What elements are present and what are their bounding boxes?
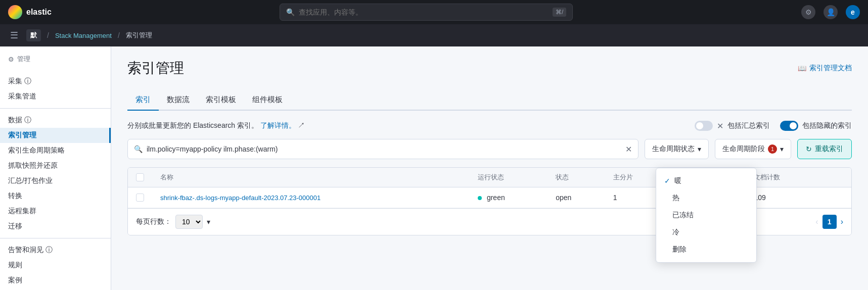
rows-per-page-select[interactable]: 10 25 50	[175, 215, 203, 229]
reload-indices-button[interactable]: ↻ 重载索引	[797, 139, 852, 159]
settings-icon-button[interactable]: ⚙	[801, 5, 815, 19]
search-icon: 🔍	[286, 8, 295, 16]
rows-per-page-label: 每页行数：	[136, 217, 171, 226]
lifecycle-status-filter[interactable]: 生命周期状态 ▾	[645, 139, 709, 159]
doc-link[interactable]: 📖 索引管理文档	[798, 64, 852, 73]
dropdown-item-hot[interactable]: 热	[656, 189, 756, 207]
sidebar-item-pipelines[interactable]: 采集管道	[0, 89, 111, 104]
lifecycle-status-label: 生命周期状态	[652, 144, 695, 154]
filter-input[interactable]	[147, 145, 621, 153]
elastic-logo-icon	[8, 5, 22, 19]
breadcrumb-current-page: 索引管理	[126, 31, 152, 40]
global-search-input[interactable]	[299, 8, 549, 16]
rows-per-page-chevron: ▾	[207, 218, 210, 226]
dropdown-item-cold[interactable]: 冷	[656, 224, 756, 241]
sidebar-item-transform[interactable]: 转换	[0, 188, 111, 204]
reload-icon: ↻	[806, 145, 812, 153]
dropdown-item-warm[interactable]: ✓ 暖	[656, 172, 756, 189]
lifecycle-phase-badge: 1	[768, 144, 777, 154]
toggle-hidden-slider	[780, 121, 798, 131]
toggle-summary-indices[interactable]	[695, 121, 713, 131]
health-value: green	[487, 194, 505, 202]
tab-indices[interactable]: 索引	[127, 90, 159, 111]
sidebar-item-ilm[interactable]: 索引生命周期策略	[0, 143, 111, 158]
sidebar-cases-label: 案例	[8, 276, 22, 285]
toggle-summary-clear[interactable]: ✕	[717, 121, 723, 131]
toggles-group: ✕ 包括汇总索引 包括隐藏的索引	[695, 121, 852, 131]
check-icon-warm: ✓	[664, 177, 670, 185]
main-tabs: 索引 数据流 索引模板 组件模板	[127, 90, 852, 111]
gear-icon: ⚙	[8, 56, 14, 63]
sidebar-transform-label: 转换	[8, 191, 22, 201]
breadcrumb-bar: ☰ 默 / Stack Management / 索引管理	[0, 24, 868, 46]
info-link[interactable]: 了解详情。	[260, 121, 296, 129]
filter-search-icon: 🔍	[134, 145, 143, 153]
rows-per-page-group: 每页行数： 10 25 50 ▾	[136, 215, 210, 229]
sidebar-item-cases[interactable]: 案例	[0, 273, 111, 288]
toggle-group-summary: ✕ 包括汇总索引	[695, 121, 770, 131]
current-page-number: 1	[823, 215, 837, 229]
lifecycle-phase-filter[interactable]: 生命周期阶段 1 ▾	[715, 139, 791, 159]
page-title: 索引管理	[127, 59, 184, 78]
sidebar-item-migrate[interactable]: 迁移	[0, 219, 111, 234]
book-icon: 📖	[798, 64, 806, 72]
tab-datastreams[interactable]: 数据流	[159, 90, 198, 111]
external-link-icon: ↗	[298, 121, 305, 129]
col-actions	[822, 168, 851, 187]
toggle-hidden-label: 包括隐藏的索引	[802, 121, 852, 130]
select-all-checkbox[interactable]	[136, 173, 144, 181]
sidebar-management-section: ⚙ 管理	[0, 55, 111, 64]
dropdown-item-delete[interactable]: 删除	[656, 241, 756, 258]
elastic-logo-text: elastic	[26, 8, 52, 17]
sidebar-snapshot-label: 抓取快照并还原	[8, 161, 58, 170]
sidebar-item-alerts[interactable]: 告警和洞见 ⓘ	[0, 243, 111, 258]
tab-component-templates[interactable]: 组件模板	[244, 90, 291, 111]
breadcrumb-stack-management[interactable]: Stack Management	[55, 32, 112, 39]
dropdown-cold-label: 冷	[672, 228, 679, 237]
toggle-summary-label: 包括汇总索引	[727, 121, 770, 130]
row-actions	[822, 187, 851, 208]
dropdown-item-frozen[interactable]: 已冻结	[656, 207, 756, 224]
help-icon-button[interactable]: 👤	[824, 5, 838, 19]
docs-value: 109	[746, 187, 822, 208]
page-navigation: ‹ 1 ›	[815, 215, 843, 229]
user-avatar-button[interactable]: e	[846, 5, 860, 19]
health-dot-green	[478, 196, 482, 200]
sidebar: ⚙ 管理 采集 ⓘ 采集管道 数据 ⓘ 索引管理 索引生命周期策略 抓取快照并还…	[0, 46, 111, 290]
prev-page-button[interactable]: ‹	[815, 217, 818, 226]
info-bar: 分别或批量更新您的 Elasticsearch 索引。 了解详情。 ↗ ✕ 包括…	[127, 121, 852, 131]
row-checkbox[interactable]	[136, 194, 144, 202]
search-bar-wrapper: 🔍 ⌘/	[58, 4, 795, 21]
hamburger-menu[interactable]: ☰	[8, 28, 20, 43]
breadcrumb-separator-2: /	[118, 31, 120, 39]
sidebar-remote-cluster-label: 远程集群	[8, 207, 36, 216]
sidebar-item-rules[interactable]: 规则	[0, 258, 111, 273]
nav-icons-group: ⚙ 👤 e	[801, 5, 860, 19]
toggle-hidden-indices[interactable]	[780, 121, 798, 131]
sidebar-index-management-label: 索引管理	[8, 131, 36, 140]
sidebar-item-remote-cluster[interactable]: 远程集群	[0, 204, 111, 219]
filter-input-wrap[interactable]: 🔍 ✕	[127, 139, 638, 159]
toggle-group-hidden: 包括隐藏的索引	[780, 121, 852, 131]
sidebar-item-rollup[interactable]: 汇总/打包作业	[0, 173, 111, 188]
elastic-logo[interactable]: elastic	[8, 5, 52, 19]
lifecycle-phase-label: 生命周期阶段	[722, 144, 765, 154]
breadcrumb-separator: /	[47, 31, 49, 39]
sidebar-item-index-management[interactable]: 索引管理	[0, 128, 111, 143]
sidebar-management-title: ⚙ 管理	[8, 55, 103, 64]
sidebar-item-snapshot[interactable]: 抓取快照并还原	[0, 158, 111, 173]
sidebar-item-collection[interactable]: 采集 ⓘ	[0, 74, 111, 89]
col-docs: 文档计数	[746, 168, 822, 187]
tab-index-templates[interactable]: 索引模板	[198, 90, 244, 111]
sidebar-item-data[interactable]: 数据 ⓘ	[0, 113, 111, 128]
chevron-down-icon: ▾	[698, 145, 701, 153]
col-health: 运行状态	[470, 168, 547, 187]
next-page-button[interactable]: ›	[841, 217, 843, 226]
status-value: open	[547, 187, 605, 208]
lifecycle-phase-chevron-icon: ▾	[780, 145, 784, 153]
filter-clear-button[interactable]: ✕	[625, 144, 632, 154]
doc-link-label: 索引管理文档	[809, 64, 852, 73]
info-text: 分别或批量更新您的 Elasticsearch 索引。 了解详情。 ↗	[127, 121, 305, 130]
index-name-link[interactable]: shrink-fbaz-.ds-logs-myapp-default-2023.…	[160, 194, 321, 202]
global-search-bar[interactable]: 🔍 ⌘/	[280, 4, 573, 21]
